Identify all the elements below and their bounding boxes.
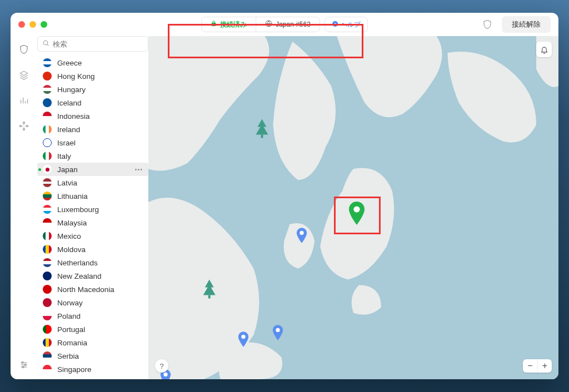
svg-point-8 bbox=[24, 364, 26, 366]
country-item-japan[interactable]: Japan••• bbox=[37, 163, 148, 176]
country-item-lithuania[interactable]: Lithuania bbox=[37, 189, 148, 203]
search-icon bbox=[42, 39, 49, 49]
flag-icon bbox=[43, 218, 52, 227]
country-item-hong-kong[interactable]: Hong Kong bbox=[37, 69, 148, 83]
nav-mesh-icon[interactable] bbox=[17, 119, 31, 133]
country-item-norway[interactable]: Norway bbox=[37, 296, 148, 309]
country-item-luxembourg[interactable]: Luxembourg bbox=[37, 203, 148, 216]
threat-protection-button[interactable] bbox=[480, 17, 495, 32]
country-item-north-macedonia[interactable]: North Macedonia bbox=[37, 283, 148, 296]
search-input[interactable] bbox=[53, 40, 146, 48]
window-controls bbox=[18, 21, 47, 28]
connection-status-pill: 接続済み Japan #563 bbox=[201, 17, 320, 32]
nav-layers-icon[interactable] bbox=[17, 68, 31, 82]
minimize-window-button[interactable] bbox=[29, 21, 36, 28]
country-item-portugal[interactable]: Portugal bbox=[37, 323, 148, 336]
flag-icon bbox=[43, 85, 52, 94]
country-item-new-zealand[interactable]: New Zealand bbox=[37, 269, 148, 283]
nav-settings-icon[interactable] bbox=[17, 358, 31, 371]
svg-point-7 bbox=[22, 362, 23, 364]
map-pin[interactable] bbox=[296, 228, 308, 243]
current-server[interactable]: Japan #563 bbox=[256, 17, 320, 32]
flag-icon bbox=[43, 258, 52, 267]
notifications-button[interactable] bbox=[536, 42, 552, 57]
country-label: Singapore bbox=[57, 365, 92, 374]
svg-point-15 bbox=[276, 328, 279, 332]
flag-icon bbox=[43, 232, 52, 240]
map-help-button[interactable]: ? bbox=[155, 359, 168, 373]
country-item-slovakia[interactable]: Slovakia bbox=[37, 376, 148, 379]
country-list[interactable]: GreeceHong KongHungaryIcelandIndonesiaIr… bbox=[37, 56, 148, 379]
map[interactable]: ? − + bbox=[148, 36, 558, 379]
country-label: Poland bbox=[57, 312, 81, 320]
svg-rect-12 bbox=[261, 134, 263, 138]
flag-icon bbox=[43, 205, 52, 214]
svg-point-18 bbox=[353, 206, 360, 212]
flag-icon bbox=[43, 378, 52, 379]
country-item-ireland[interactable]: Ireland bbox=[37, 123, 148, 136]
country-item-latvia[interactable]: Latvia bbox=[37, 176, 148, 189]
zoom-in-button[interactable]: + bbox=[537, 359, 552, 373]
flag-icon bbox=[43, 112, 52, 120]
svg-point-6 bbox=[23, 129, 25, 130]
country-item-serbia[interactable]: Serbia bbox=[37, 349, 148, 363]
zoom-control: − + bbox=[523, 359, 552, 373]
country-item-romania[interactable]: Romania bbox=[37, 336, 148, 349]
nav-stats-icon[interactable] bbox=[17, 94, 31, 107]
lock-icon bbox=[211, 21, 217, 28]
map-pin-connected[interactable] bbox=[347, 202, 366, 225]
country-label: Moldova bbox=[57, 245, 86, 254]
map-pin[interactable] bbox=[237, 331, 249, 347]
svg-rect-13 bbox=[208, 295, 211, 298]
flag-icon bbox=[43, 72, 52, 81]
flag-icon bbox=[43, 138, 52, 147]
flag-icon bbox=[43, 165, 52, 174]
country-item-greece[interactable]: Greece bbox=[37, 56, 148, 69]
help-link[interactable]: ? ヘルプ bbox=[325, 17, 368, 32]
nav-shield-icon[interactable] bbox=[17, 43, 31, 56]
search-box[interactable] bbox=[37, 36, 148, 52]
country-item-poland[interactable]: Poland bbox=[37, 309, 148, 323]
flag-icon bbox=[43, 152, 52, 160]
country-item-singapore[interactable]: Singapore bbox=[37, 363, 148, 376]
flag-icon bbox=[43, 192, 52, 200]
country-label: Netherlands bbox=[57, 259, 98, 267]
svg-point-9 bbox=[22, 366, 24, 368]
maximize-window-button[interactable] bbox=[41, 21, 47, 28]
country-label: Portugal bbox=[57, 325, 85, 334]
svg-point-3 bbox=[23, 122, 25, 124]
country-item-indonesia[interactable]: Indonesia bbox=[37, 109, 148, 123]
flag-icon bbox=[43, 365, 52, 374]
titlebar: 接続済み Japan #563 ? ヘルプ 接続解除 bbox=[11, 13, 558, 36]
country-item-malaysia[interactable]: Malaysia bbox=[37, 216, 148, 229]
zoom-out-button[interactable]: − bbox=[523, 359, 537, 373]
country-item-hungary[interactable]: Hungary bbox=[37, 83, 148, 96]
map-pin[interactable] bbox=[272, 325, 284, 340]
country-item-israel[interactable]: Israel bbox=[37, 136, 148, 149]
connection-status: 接続済み bbox=[202, 17, 256, 32]
disconnect-button[interactable]: 接続解除 bbox=[502, 16, 551, 33]
country-label: Indonesia bbox=[57, 112, 90, 120]
close-window-button[interactable] bbox=[18, 21, 25, 28]
country-item-moldova[interactable]: Moldova bbox=[37, 243, 148, 256]
country-label: Japan bbox=[57, 165, 78, 174]
app-window: 接続済み Japan #563 ? ヘルプ 接続解除 bbox=[11, 13, 558, 379]
flag-icon bbox=[43, 285, 52, 294]
country-label: Hungary bbox=[57, 86, 86, 94]
flag-icon bbox=[43, 325, 52, 334]
country-label: Latvia bbox=[57, 179, 77, 187]
country-label: Romania bbox=[57, 339, 87, 347]
country-item-iceland[interactable]: Iceland bbox=[37, 96, 148, 109]
country-label: Ireland bbox=[57, 125, 80, 134]
country-label: Israel bbox=[57, 139, 76, 147]
country-label: Norway bbox=[57, 299, 83, 307]
country-item-netherlands[interactable]: Netherlands bbox=[37, 256, 148, 269]
country-item-italy[interactable]: Italy bbox=[37, 149, 148, 163]
more-icon[interactable]: ••• bbox=[134, 166, 143, 173]
status-text: 接続済み bbox=[220, 20, 247, 29]
flag-icon bbox=[43, 125, 52, 134]
country-label: Slovakia bbox=[57, 379, 86, 380]
body: GreeceHong KongHungaryIcelandIndonesiaIr… bbox=[11, 36, 558, 379]
country-item-mexico[interactable]: Mexico bbox=[37, 229, 148, 243]
flag-icon bbox=[43, 311, 52, 320]
